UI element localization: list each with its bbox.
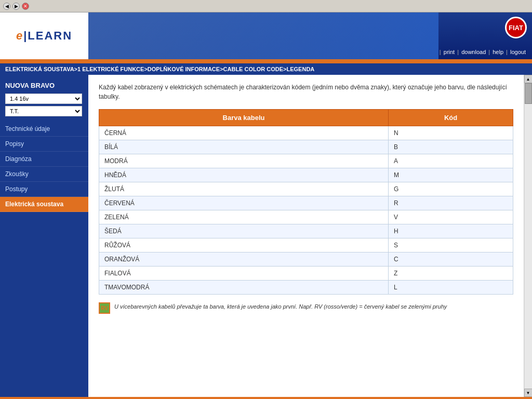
cell-kod: L [389, 281, 513, 295]
cell-barva: MODRÁ [99, 154, 389, 168]
browser-toolbar: ◀ ▶ ✕ [0, 0, 532, 12]
content-area: Každý kabel zobrazený v elektrických sch… [88, 75, 524, 397]
header-right: FIAT home | search | print | download | … [438, 12, 532, 59]
table-row: BÍLÁB [99, 140, 513, 154]
cell-kod: N [389, 126, 513, 140]
cell-barva: FIALOVÁ [99, 267, 389, 281]
main-layout: NUOVA BRAVO 1.4 16v T.T. Technické údaje… [0, 75, 532, 397]
note-text: U vícebarevných kabelů převažuje ta barv… [114, 302, 447, 311]
cell-kod: S [389, 238, 513, 252]
table-row: RŮŽOVÁS [99, 238, 513, 252]
sidebar: NUOVA BRAVO 1.4 16v T.T. Technické údaje… [0, 75, 88, 397]
cell-barva: ORANŽOVÁ [99, 252, 389, 267]
sidebar-item-zkousky[interactable]: Zkoušky [0, 167, 88, 182]
scroll-down-button[interactable]: ▼ [524, 389, 533, 397]
description-text: Každý kabel zobrazený v elektrických sch… [99, 83, 513, 101]
cell-kod: B [389, 140, 513, 154]
orange-bar-top [0, 59, 532, 63]
header-banner [88, 12, 438, 59]
cell-kod: G [389, 182, 513, 196]
print-link[interactable]: print [444, 49, 455, 55]
engine-select[interactable]: 1.4 16v [5, 94, 82, 104]
table-row: ŠEDÁH [99, 224, 513, 238]
table-row: ČERVENÁR [99, 196, 513, 210]
main-window: e|LEARN FIAT home | search | print | dow… [0, 12, 532, 399]
cable-table: Barva kabelu Kód ČERNÁNBÍLÁBMODRÁAHNĚDÁM… [99, 109, 513, 295]
sidebar-title: NUOVA BRAVO [0, 77, 88, 91]
table-row: TMAVOMODRÁL [99, 281, 513, 295]
note-icon-symbol: RV [101, 305, 108, 311]
table-row: ŽLUTÁG [99, 182, 513, 196]
nav-sep4: | [488, 49, 491, 55]
cell-kod: C [389, 252, 513, 267]
sidebar-item-popisy[interactable]: Popisy [0, 137, 88, 152]
transmission-select[interactable]: T.T. [5, 106, 82, 116]
note-area: RV U vícebarevných kabelů převažuje ta b… [99, 302, 513, 314]
cell-barva: ŠEDÁ [99, 224, 389, 238]
logo-e: e [16, 29, 23, 42]
cell-kod: Z [389, 267, 513, 281]
sidebar-item-postupy[interactable]: Postupy [0, 182, 88, 197]
cell-kod: H [389, 224, 513, 238]
help-link[interactable]: help [493, 49, 503, 55]
back-button[interactable]: ◀ [3, 3, 10, 10]
scrollbar[interactable]: ▲ ▼ [524, 75, 532, 397]
cell-barva: ŽLUTÁ [99, 182, 389, 196]
download-link[interactable]: download [461, 49, 486, 55]
orange-bar-bottom [0, 397, 532, 399]
nav-sep2: | [440, 49, 443, 55]
table-row: MODRÁA [99, 154, 513, 168]
header-background [88, 12, 438, 59]
scroll-track [525, 83, 532, 389]
logout-link[interactable]: logout [510, 49, 526, 55]
cell-barva: ČERNÁ [99, 126, 389, 140]
col-kod-header: Kód [389, 110, 513, 126]
cell-barva: RŮŽOVÁ [99, 238, 389, 252]
note-icon: RV [99, 302, 110, 314]
scroll-up-button[interactable]: ▲ [524, 75, 533, 83]
table-row: ORANŽOVÁC [99, 252, 513, 267]
sidebar-item-elektricka[interactable]: Elektrická soustava [0, 197, 88, 212]
cell-barva: BÍLÁ [99, 140, 389, 154]
cell-kod: A [389, 154, 513, 168]
nav-sep3: | [457, 49, 460, 55]
table-row: ČERNÁN [99, 126, 513, 140]
cell-kod: M [389, 168, 513, 182]
nav-sep5: | [506, 49, 509, 55]
col-barva-header: Barva kabelu [99, 110, 389, 126]
sidebar-item-technicke[interactable]: Technické údaje [0, 122, 88, 137]
forward-button[interactable]: ▶ [12, 3, 20, 10]
logo-area: e|LEARN [0, 12, 88, 59]
close-button[interactable]: ✕ [22, 3, 29, 10]
scroll-thumb[interactable] [525, 83, 532, 104]
table-row: ZELENÁV [99, 210, 513, 224]
top-header: e|LEARN FIAT home | search | print | dow… [0, 12, 532, 59]
fiat-logo: FIAT [505, 17, 527, 38]
sidebar-item-diagnoza[interactable]: Diagnóza [0, 152, 88, 167]
cell-barva: TMAVOMODRÁ [99, 281, 389, 295]
logo-learn: LEARN [28, 29, 72, 42]
cell-barva: ČERVENÁ [99, 196, 389, 210]
cell-barva: ZELENÁ [99, 210, 389, 224]
cell-kod: R [389, 196, 513, 210]
table-row: HNĚDÁM [99, 168, 513, 182]
table-row: FIALOVÁZ [99, 267, 513, 281]
cell-kod: V [389, 210, 513, 224]
breadcrumb: ELEKTRICKÁ SOUSTAVA>1 ELEKTRICKÉ FUNKCE>… [0, 63, 532, 75]
cell-barva: HNĚDÁ [99, 168, 389, 182]
logo: e|LEARN [16, 29, 72, 43]
